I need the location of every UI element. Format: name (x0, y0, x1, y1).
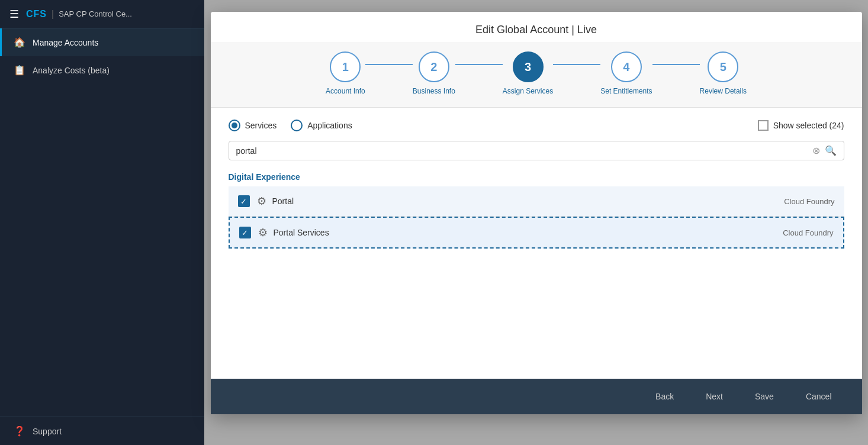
brand-logo: CFS (26, 9, 47, 20)
filter-row: Services Applications Show selected (24) (229, 120, 844, 131)
step-3: 3 Assign Services (503, 51, 553, 95)
search-icon[interactable]: 🔍 (825, 145, 837, 156)
modal-body: Services Applications Show selected (24) (211, 108, 862, 379)
step-connector-3-4 (553, 64, 600, 65)
checkmark-icon-2: ✓ (242, 229, 248, 237)
modal-overlay: Edit Global Account | Live 1 Account Inf… (204, 0, 868, 445)
sidebar-item-support-label: Support (33, 427, 62, 436)
service-portal-services-checkbox[interactable]: ✓ (239, 227, 251, 238)
radio-applications-circle[interactable] (291, 120, 303, 131)
hamburger-icon[interactable]: ☰ (9, 8, 19, 21)
sidebar-header: ☰ CFS | SAP CP Control Ce... (0, 0, 204, 28)
portal-services-type: Cloud Foundry (783, 228, 833, 237)
radio-services[interactable]: Services (229, 120, 277, 131)
next-button[interactable]: Next (693, 386, 735, 407)
main-content: Edit Global Account | Live 1 Account Inf… (204, 0, 868, 445)
step-circle-2[interactable]: 2 (419, 51, 449, 82)
show-selected-checkbox[interactable] (758, 120, 769, 131)
modal-title: Edit Global Account | Live (211, 12, 862, 42)
step-circle-1[interactable]: 1 (330, 51, 361, 82)
wizard-steps: 1 Account Info 2 Business Info 3 (211, 42, 862, 108)
portal-gear-icon: ⚙ (257, 195, 266, 208)
home-icon: 🏠 (14, 37, 25, 48)
step-circle-5[interactable]: 5 (708, 51, 738, 82)
portal-services-gear-icon: ⚙ (258, 226, 268, 239)
sidebar-item-manage-accounts-label: Manage Accounts (33, 38, 98, 47)
radio-services-label: Services (245, 121, 277, 130)
modal-dialog: Edit Global Account | Live 1 Account Inf… (211, 12, 862, 414)
save-button[interactable]: Save (742, 386, 786, 407)
cancel-button[interactable]: Cancel (793, 386, 844, 407)
radio-group: Services Applications (229, 120, 758, 131)
step-4: 4 Set Entitlements (600, 51, 652, 95)
service-item-portal-services[interactable]: ✓ ⚙ Portal Services Cloud Foundry (229, 217, 844, 249)
portal-service-name: Portal (272, 196, 785, 206)
modal-footer: Back Next Save Cancel (211, 379, 862, 414)
step-label-3: Assign Services (503, 87, 553, 95)
step-connector-2-3 (455, 64, 503, 65)
sidebar-footer: ❓ Support (0, 417, 204, 445)
service-item-portal[interactable]: ✓ ⚙ Portal Cloud Foundry (229, 186, 844, 217)
clear-search-icon[interactable]: ⊗ (812, 145, 820, 156)
step-5: 5 Review Details (700, 51, 747, 95)
checkmark-icon: ✓ (240, 198, 247, 205)
show-selected[interactable]: Show selected (24) (758, 120, 844, 131)
brand-separator: | (52, 9, 54, 20)
step-1: 1 Account Info (326, 51, 365, 95)
step-label-4: Set Entitlements (600, 87, 652, 95)
search-box: ⊗ 🔍 (229, 141, 844, 160)
step-label-1: Account Info (326, 87, 365, 95)
portal-service-type: Cloud Foundry (784, 197, 834, 206)
back-button[interactable]: Back (643, 386, 686, 407)
portal-services-name: Portal Services (274, 228, 783, 237)
show-selected-label: Show selected (24) (773, 121, 844, 130)
brand-app-name: SAP CP Control Ce... (59, 9, 132, 18)
sidebar-item-analyze-costs-label: Analyze Costs (beta) (33, 66, 110, 75)
service-portal-checkbox[interactable]: ✓ (238, 195, 250, 207)
analyze-icon: 📋 (14, 65, 25, 76)
step-label-2: Business Info (413, 87, 455, 95)
step-circle-3[interactable]: 3 (513, 51, 544, 82)
sidebar: ☰ CFS | SAP CP Control Ce... 🏠 Manage Ac… (0, 0, 204, 445)
sidebar-item-support[interactable]: ❓ Support (0, 417, 204, 445)
category-label: Digital Experience (229, 172, 844, 182)
sidebar-item-manage-accounts[interactable]: 🏠 Manage Accounts (0, 28, 204, 56)
radio-services-circle[interactable] (229, 120, 240, 131)
search-input[interactable] (236, 146, 812, 156)
radio-applications[interactable]: Applications (291, 120, 352, 131)
support-icon: ❓ (14, 425, 25, 437)
radio-applications-label: Applications (307, 121, 352, 130)
step-circle-4[interactable]: 4 (611, 51, 642, 82)
sidebar-item-analyze-costs[interactable]: 📋 Analyze Costs (beta) (0, 56, 204, 84)
step-connector-1-2 (365, 64, 413, 65)
step-connector-4-5 (652, 64, 700, 65)
step-label-5: Review Details (700, 87, 747, 95)
step-2: 2 Business Info (413, 51, 455, 95)
